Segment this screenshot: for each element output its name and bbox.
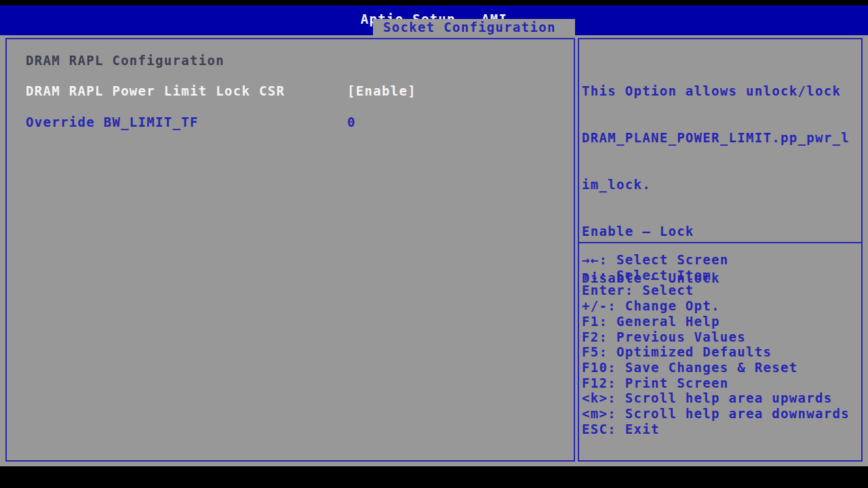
menu-item-dram-rapl-power-limit-lock-csr[interactable]: DRAM RAPL Power Limit Lock CSR [Enable] <box>7 83 574 100</box>
help-line: im_lock. <box>582 177 859 192</box>
legend-line-f12-print-screen: F12: Print Screen <box>582 375 860 391</box>
legend-line-change-opt: +/-: Change Opt. <box>582 298 860 314</box>
menu-item-label: Override BW_LIMIT_TF <box>26 115 199 129</box>
legend-line-esc-exit: ESC: Exit <box>582 422 860 437</box>
bottom-black-bar <box>0 466 868 488</box>
help-panel: This Option allows unlock/lock DRAM_PLAN… <box>578 38 863 462</box>
menu-item-value: [Enable] <box>347 83 416 98</box>
help-line: This Option allows unlock/lock <box>582 83 859 99</box>
legend-line-f2-previous-values: F2: Previous Values <box>582 329 860 345</box>
legend-line-f1-general-help: F1: General Help <box>582 314 860 329</box>
section-title: DRAM RAPL Configuration <box>26 53 224 68</box>
legend-line-select-item: ↑↓: Select Item <box>582 268 860 283</box>
legend-line-scroll-help-up: <k>: Scroll help area upwards <box>582 390 860 406</box>
tab-socket-configuration[interactable]: Socket Configuration <box>373 19 575 35</box>
help-legend-divider <box>579 242 861 243</box>
legend-line-f5-optimized-defaults: F5: Optimized Defaults <box>582 344 860 360</box>
help-line: DRAM_PLANE_POWER_LIMIT.pp_pwr_l <box>582 130 859 146</box>
menu-item-override-bw-limit-tf[interactable]: Override BW_LIMIT_TF 0 <box>7 115 574 131</box>
help-line: Enable – Lock <box>582 224 859 239</box>
bios-setup-screen: Aptio Setup – AMI Socket Configuration D… <box>0 0 868 488</box>
legend-line-scroll-help-down: <m>: Scroll help area downwards <box>582 406 860 422</box>
settings-panel: DRAM RAPL Configuration DRAM RAPL Power … <box>5 38 575 462</box>
page-background: DRAM RAPL Configuration DRAM RAPL Power … <box>0 35 868 466</box>
key-legend: →←: Select Screen ↑↓: Select Item Enter:… <box>582 252 860 436</box>
legend-line-enter-select: Enter: Select <box>582 283 860 298</box>
legend-line-f10-save-changes-reset: F10: Save Changes & Reset <box>582 360 860 375</box>
legend-line-select-screen: →←: Select Screen <box>582 252 860 268</box>
menu-item-value: 0 <box>347 115 356 129</box>
menu-item-label: DRAM RAPL Power Limit Lock CSR <box>26 83 285 98</box>
